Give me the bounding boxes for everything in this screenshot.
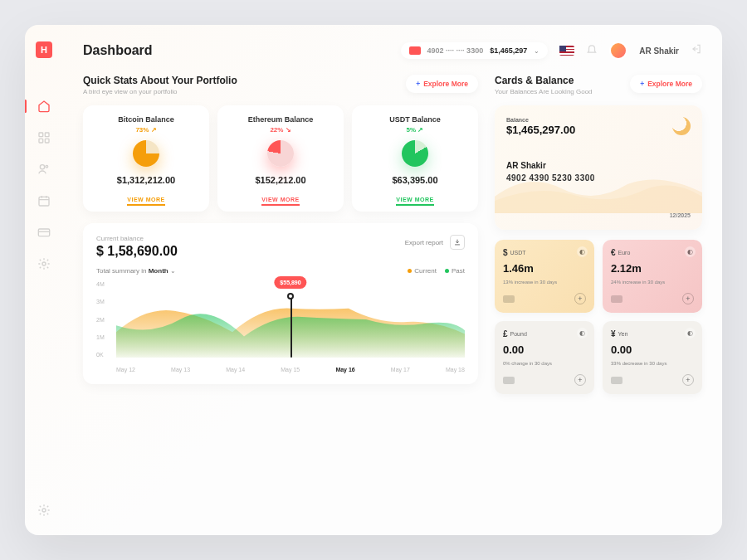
cards-header: Cards & Balance Your Balances Are Lookin… — [495, 75, 702, 95]
svg-rect-1 — [45, 133, 49, 137]
card-wave-decoration — [495, 163, 702, 213]
currency-card-pound[interactable]: ◐ £Pound 0.00 0% change in 30 days + — [495, 321, 594, 394]
header-card-selector[interactable]: 4902 ···· ···· 3300 $1,465,297 ⌄ — [401, 42, 549, 59]
svg-rect-3 — [45, 139, 49, 143]
pie-icon — [402, 140, 428, 167]
currency-badge-icon: ◐ — [685, 246, 696, 257]
stat-card-ethereum: Ethereum Balance 22% ↘ $152,212.00 VIEW … — [217, 105, 344, 212]
svg-rect-2 — [39, 139, 43, 143]
currency-grid: ◐ $USDT 1.46m 13% increase in 30 days + … — [495, 240, 702, 394]
download-icon — [450, 235, 465, 250]
y-axis: 4M3M2M1M0K — [96, 281, 105, 358]
pie-icon — [267, 140, 294, 167]
currency-card-usdt[interactable]: ◐ $USDT 1.46m 13% increase in 30 days + — [495, 240, 594, 313]
svg-rect-0 — [39, 133, 43, 137]
moon-icon — [672, 117, 691, 135]
add-button[interactable]: + — [574, 293, 586, 304]
view-more-link[interactable]: VIEW MORE — [396, 197, 433, 206]
portfolio-header: Quick Stats About Your Portfolio A bird … — [83, 75, 478, 95]
view-more-link[interactable]: VIEW MORE — [127, 197, 164, 206]
portfolio-subtitle: A bird eye view on your portfolio — [83, 88, 237, 95]
balance-chart-card: Current balance $ 1,58,690.00 Export rep… — [83, 223, 478, 384]
notifications-icon[interactable] — [586, 43, 598, 58]
svg-point-4 — [40, 165, 44, 169]
nav-home[interactable] — [36, 98, 52, 114]
card-brand-icon — [409, 46, 421, 55]
svg-point-8 — [42, 262, 46, 265]
balance-card[interactable]: Balance $1,465,297.00 AR Shakir 4902 439… — [495, 105, 702, 230]
chevron-down-icon: ⌄ — [534, 47, 540, 55]
svg-point-5 — [46, 165, 48, 168]
nav-calendar[interactable] — [36, 192, 52, 209]
currency-card-euro[interactable]: ◐ €Euro 2.12m 24% increase in 30 days + — [603, 240, 702, 313]
svg-rect-6 — [39, 197, 49, 206]
app-logo — [36, 41, 52, 58]
svg-rect-7 — [38, 229, 49, 236]
svg-point-9 — [42, 509, 46, 512]
x-axis: May 12May 13May 14May 15May 16May 17May … — [116, 367, 465, 373]
currency-badge-icon: ◐ — [685, 328, 696, 338]
export-report-button[interactable]: Export report — [405, 235, 465, 250]
chart-tooltip: $55,890 — [274, 276, 306, 289]
nav-settings[interactable] — [36, 256, 52, 272]
card-expiry: 12/2025 — [670, 212, 691, 218]
currency-badge-icon: ◐ — [577, 328, 588, 338]
card-masked-number: 4902 ···· ···· 3300 — [427, 46, 484, 55]
avatar[interactable] — [609, 41, 627, 60]
add-button[interactable]: + — [574, 374, 586, 386]
currency-card-yen[interactable]: ◐ ¥Yen 0.00 33% decrease in 30 days + — [603, 321, 702, 394]
card-icon — [503, 377, 515, 384]
nav-card[interactable] — [36, 224, 52, 241]
sidebar — [25, 25, 63, 535]
nav-apps[interactable] — [36, 129, 52, 146]
chart-marker-dot — [287, 293, 294, 299]
card-icon — [503, 295, 515, 303]
header-username: AR Shakir — [639, 46, 679, 56]
nav-settings-bottom[interactable] — [36, 502, 52, 519]
current-balance-amount: $ 1,58,690.00 — [96, 244, 178, 259]
add-button[interactable]: + — [682, 374, 694, 386]
card-amount: $1,465,297 — [490, 46, 527, 55]
header: Dashboard 4902 ···· ···· 3300 $1,465,297… — [83, 41, 702, 60]
page-title: Dashboard — [83, 43, 153, 58]
explore-cards-button[interactable]: +Explore More — [630, 75, 702, 93]
card-icon — [611, 377, 622, 384]
stat-card-bitcoin: Bitcoin Balance 73% ↗ $1,312,212.00 VIEW… — [83, 105, 209, 212]
portfolio-title: Quick Stats About Your Portfolio — [83, 75, 237, 86]
stats-row: Bitcoin Balance 73% ↗ $1,312,212.00 VIEW… — [83, 105, 478, 212]
currency-badge-icon: ◐ — [577, 246, 588, 257]
add-button[interactable]: + — [682, 293, 694, 304]
pie-icon — [133, 140, 159, 167]
balance-amount: $1,465,297.00 — [506, 124, 691, 136]
area-chart[interactable]: 4M3M2M1M0K $55,890 — [96, 281, 465, 373]
explore-portfolio-button[interactable]: +Explore More — [406, 75, 478, 93]
card-icon — [611, 295, 622, 303]
chart-legend: Current Past — [408, 267, 465, 275]
app-window: Dashboard 4902 ···· ···· 3300 $1,465,297… — [25, 25, 722, 535]
locale-flag-icon[interactable] — [559, 46, 574, 56]
chart-marker-line — [290, 295, 292, 358]
nav-users[interactable] — [36, 161, 52, 178]
main-content: Dashboard 4902 ···· ···· 3300 $1,465,297… — [63, 25, 722, 535]
view-more-link[interactable]: VIEW MORE — [261, 197, 299, 206]
stat-card-usdt: USDT Balance 5% ↗ $63,395.00 VIEW MORE — [352, 105, 478, 212]
chevron-down-icon: ⌄ — [170, 267, 176, 275]
logout-icon[interactable] — [691, 43, 702, 58]
period-selector[interactable]: Total summary in Month ⌄ — [96, 267, 176, 275]
